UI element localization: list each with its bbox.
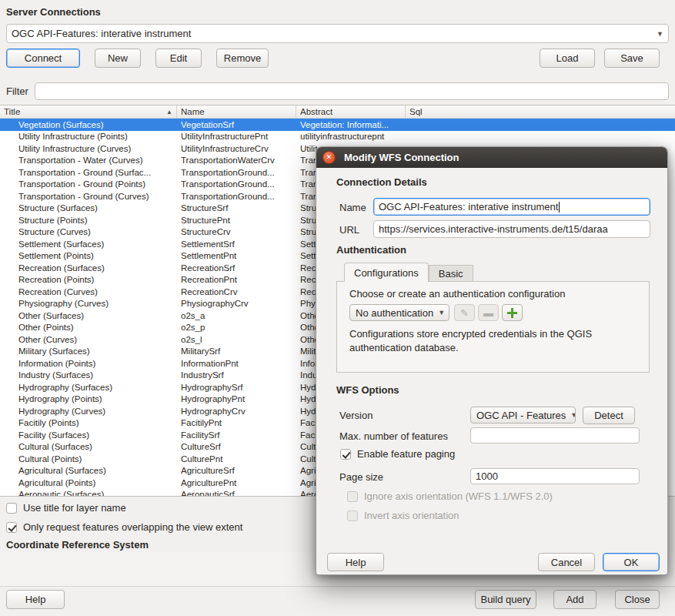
cell-name: StructureSrf bbox=[177, 203, 296, 213]
column-header-name[interactable]: Name bbox=[177, 105, 296, 118]
cell-title: Structure (Points) bbox=[0, 216, 177, 225]
checkbox-box bbox=[6, 522, 17, 533]
cell-title: Hydrography (Surfaces) bbox=[0, 383, 177, 392]
build-query-button[interactable]: Build query bbox=[475, 590, 536, 609]
sort-ascending-icon: ▲ bbox=[166, 109, 172, 116]
edit-button[interactable]: Edit bbox=[155, 49, 202, 68]
add-config-button[interactable] bbox=[502, 304, 523, 321]
connection-toolbar: Connect New Edit Remove Load Save bbox=[6, 49, 660, 68]
cell-title: Other (Surfaces) bbox=[0, 311, 177, 320]
cell-name: CultureSrf bbox=[177, 442, 296, 451]
cell-title: Physiography (Curves) bbox=[0, 299, 177, 308]
cell-name: RecreationSrf bbox=[177, 263, 296, 273]
cell-name: TransportationGround... bbox=[177, 192, 296, 201]
cell-abstract: Vegetation: Informati... bbox=[296, 120, 406, 129]
invert-axis-checkbox: Invert axis orientation bbox=[347, 510, 459, 521]
cell-name: HydrographyPnt bbox=[177, 394, 296, 403]
edit-config-button[interactable]: ✎ bbox=[454, 304, 475, 321]
remove-config-button[interactable]: ▬ bbox=[478, 304, 499, 321]
cell-title: Facility (Surfaces) bbox=[0, 430, 177, 440]
cell-title: Settlement (Surfaces) bbox=[0, 239, 177, 249]
save-button[interactable]: Save bbox=[604, 49, 660, 68]
page-title: Server Connections bbox=[6, 6, 101, 18]
page-size-field[interactable]: 1000 bbox=[470, 468, 640, 484]
use-title-checkbox[interactable]: Use title for layer name bbox=[6, 502, 126, 514]
chevron-down-icon: ▼ bbox=[566, 411, 576, 419]
cell-title: Settlement (Points) bbox=[0, 251, 177, 260]
cell-name: o2s_a bbox=[177, 311, 296, 320]
cell-name: MilitarySrf bbox=[177, 346, 296, 356]
table-row[interactable]: Vegetation (Surfaces)VegetationSrfVegeta… bbox=[0, 119, 675, 131]
cell-title: Other (Points) bbox=[0, 323, 177, 332]
table-row[interactable]: Utility Infrastructure (Points)UtilityIn… bbox=[0, 131, 675, 143]
cell-name: AgricultureSrf bbox=[177, 466, 296, 475]
dialog-titlebar[interactable]: ✕ Modify WFS Connection bbox=[316, 147, 667, 168]
close-icon[interactable]: ✕ bbox=[322, 151, 336, 164]
cell-name: FacilitySrf bbox=[177, 430, 296, 440]
connect-button[interactable]: Connect bbox=[6, 49, 80, 68]
cell-name: RecreationPnt bbox=[177, 275, 296, 284]
cell-title: Agricultural (Points) bbox=[0, 478, 177, 487]
add-button[interactable]: Add bbox=[553, 590, 596, 609]
table-header: Title ▲ Name Abstract Sql bbox=[0, 105, 675, 119]
configurations-panel: Choose or create an authentication confi… bbox=[336, 281, 650, 373]
cell-title: Aeronautic (Surfaces) bbox=[0, 490, 177, 496]
chevron-down-icon: ▼ bbox=[433, 309, 445, 316]
cell-title: Military (Surfaces) bbox=[0, 346, 177, 356]
cell-title: Recreation (Surfaces) bbox=[0, 263, 177, 273]
dialog-help-button[interactable]: Help bbox=[327, 553, 384, 571]
plus-icon bbox=[507, 308, 517, 318]
cell-name: FacitilyPnt bbox=[177, 418, 296, 427]
cell-name: IndustrySrf bbox=[177, 370, 296, 380]
load-button[interactable]: Load bbox=[540, 49, 595, 68]
cell-title: Industry (Surfaces) bbox=[0, 370, 177, 380]
filter-label: Filter bbox=[6, 85, 28, 97]
page-size-label: Page size bbox=[339, 471, 383, 483]
choose-config-label: Choose or create an authentication confi… bbox=[349, 288, 565, 300]
detect-button[interactable]: Detect bbox=[583, 407, 635, 424]
max-features-field[interactable] bbox=[470, 427, 640, 444]
column-header-title[interactable]: Title ▲ bbox=[0, 105, 177, 118]
cell-name: HydrographyCrv bbox=[177, 407, 296, 416]
cell-abstract: utilityinfrastructurepnt bbox=[296, 132, 406, 141]
cell-name: TransportationWaterCrv bbox=[177, 156, 296, 165]
help-button[interactable]: Help bbox=[6, 590, 65, 609]
tab-basic[interactable]: Basic bbox=[429, 265, 473, 282]
cell-title: Vegetation (Surfaces) bbox=[0, 120, 177, 129]
cell-title: Transportation - Water (Curves) bbox=[0, 156, 177, 165]
name-label: Name bbox=[339, 202, 366, 213]
version-label: Version bbox=[339, 410, 373, 421]
only-overlapping-checkbox[interactable]: Only request features overlapping the vi… bbox=[6, 521, 242, 533]
cell-title: Utility Infrastructure (Points) bbox=[0, 132, 177, 141]
ok-button[interactable]: OK bbox=[603, 553, 660, 571]
name-field[interactable]: OGC API-Features: interative instrument bbox=[373, 198, 650, 216]
remove-button[interactable]: Remove bbox=[216, 49, 269, 68]
url-field[interactable]: https://services.interactive-instruments… bbox=[373, 220, 650, 238]
dialog-title: Modify WFS Connection bbox=[344, 152, 459, 163]
main-footer: Help Build query Add Close bbox=[6, 590, 660, 609]
crs-section-title: Coordinate Reference System bbox=[6, 539, 149, 551]
version-select[interactable]: OGC API - Features ▼ bbox=[470, 407, 576, 424]
chevron-down-icon: ▼ bbox=[652, 30, 663, 38]
cell-title: Cultural (Surfaces) bbox=[0, 442, 177, 451]
connection-details-heading: Connection Details bbox=[336, 176, 427, 188]
auth-config-select[interactable]: No authentication ▼ bbox=[349, 304, 449, 321]
filter-input[interactable] bbox=[35, 82, 669, 100]
cell-title: Information (Points) bbox=[0, 359, 177, 368]
cell-name: InformationPnt bbox=[177, 359, 296, 368]
cell-name: AgriculturePnt bbox=[177, 478, 296, 487]
tab-configurations[interactable]: Configurations bbox=[344, 263, 429, 282]
enable-paging-checkbox[interactable]: Enable feature paging bbox=[340, 448, 455, 460]
column-header-sql[interactable]: Sql bbox=[406, 105, 675, 118]
connection-select[interactable]: OGC API-Features: interative instrument … bbox=[6, 24, 669, 43]
cell-name: o2s_p bbox=[177, 323, 296, 332]
cell-name: TransportationGround... bbox=[177, 179, 296, 189]
cell-name: StructurePnt bbox=[177, 216, 296, 225]
close-button[interactable]: Close bbox=[615, 590, 660, 609]
cancel-button[interactable]: Cancel bbox=[538, 553, 595, 571]
column-header-abstract[interactable]: Abstract bbox=[296, 105, 406, 118]
cell-title: Facitily (Points) bbox=[0, 418, 177, 427]
new-button[interactable]: New bbox=[95, 49, 141, 68]
cell-name: TransportationGround... bbox=[177, 168, 296, 177]
cell-name: SettlementSrf bbox=[177, 239, 296, 249]
